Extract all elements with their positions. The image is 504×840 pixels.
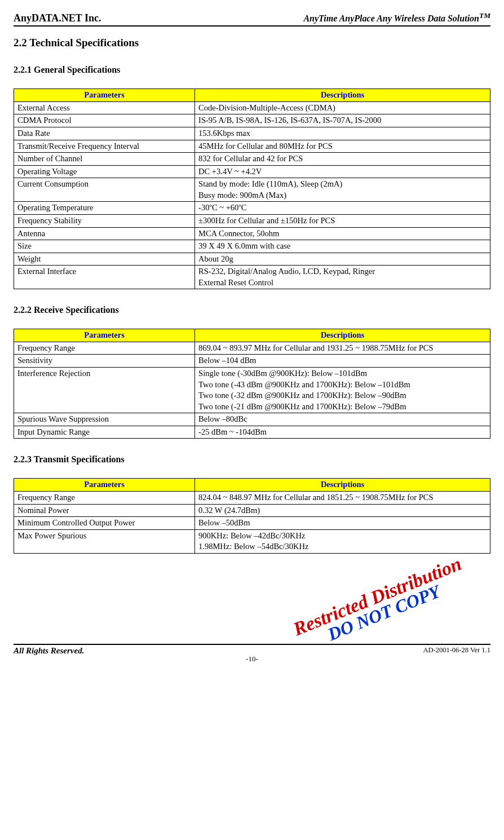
header-descriptions: Descriptions [195,479,490,492]
table-row: Max Power Spurious900KHz: Below –42dBc/3… [14,529,490,553]
table-header-row: Parameters Descriptions [14,89,490,102]
header-descriptions: Descriptions [195,89,490,102]
page-footer: All Rights Reserved. AD-2001-06-28 Ver 1… [14,644,490,656]
cell-description: 900KHz: Below –42dBc/30KHz 1.98MHz: Belo… [195,529,490,553]
footer-version: AD-2001-06-28 Ver 1.1 [423,646,490,655]
cell-parameter: Weight [14,253,195,266]
transmit-spec-table: Parameters Descriptions Frequency Range8… [14,478,490,553]
table-row: Number of Channel832 for Cellular and 42… [14,153,490,166]
cell-description: 824.04 ~ 848.97 MHz for Cellular and 185… [195,491,490,504]
cell-description: RS-232, Digital/Analog Audio, LCD, Keypa… [195,266,490,289]
subsection-general: 2.2.1 General Specifications [14,65,490,75]
footer-rights: All Rights Reserved. [14,646,84,656]
table-row: SensitivityBelow –104 dBm [14,355,490,368]
cell-description: Code-Division-Multiple-Access (CDMA) [195,101,490,114]
cell-parameter: Max Power Spurious [14,529,195,553]
cell-description: About 20g [195,253,490,266]
table-row: Frequency Range869.04 ~ 893.97 MHz for C… [14,342,490,355]
cell-parameter: Data Rate [14,127,195,140]
table-row: External AccessCode-Division-Multiple-Ac… [14,101,490,114]
table-row: Minimum Controlled Output PowerBelow –50… [14,517,490,530]
cell-parameter: CDMA Protocol [14,114,195,127]
table-row: Frequency Stability±300Hz for Cellular a… [14,214,490,227]
page-header: AnyDATA.NET Inc. AnyTime AnyPlace Any Wi… [14,11,490,26]
cell-parameter: Operating Temperature [14,202,195,215]
table-header-row: Parameters Descriptions [14,479,490,492]
header-slogan-text: AnyTime AnyPlace Any Wireless Data Solut… [303,14,479,23]
watermark-line1: Restricted Distribution [290,553,464,640]
page-number: -10- [14,655,490,664]
subsection-transmit: 2.2.3 Transmit Specifications [14,454,490,465]
cell-parameter: Input Dynamic Range [14,426,195,439]
table-row: AntennaMCA Connector, 50ohm [14,227,490,240]
cell-description: Single tone (-30dBm @900KHz): Below –101… [195,368,490,413]
cell-parameter: Size [14,240,195,253]
cell-description: DC +3.4V ~ +4.2V [195,165,490,178]
cell-parameter: Nominal Power [14,504,195,517]
cell-description: 45MHz for Cellular and 80MHz for PCS [195,140,490,153]
cell-parameter: Frequency Stability [14,214,195,227]
subsection-receive: 2.2.2 Receive Specifications [14,305,490,315]
cell-description: -30ºC ~ +60ºC [195,202,490,215]
cell-parameter: Interference Rejection [14,368,195,413]
cell-parameter: External Interface [14,266,195,289]
cell-description: ±300Hz for Cellular and ±150Hz for PCS [195,214,490,227]
header-parameters: Parameters [14,479,195,492]
cell-parameter: Sensitivity [14,355,195,368]
cell-description: Below –104 dBm [195,355,490,368]
cell-parameter: Current Consumption [14,178,195,202]
table-row: CDMA ProtocolIS-95 A/B, IS-98A, IS-126, … [14,114,490,127]
cell-description: Below –80dBc [195,413,490,426]
table-header-row: Parameters Descriptions [14,329,490,342]
table-row: External InterfaceRS-232, Digital/Analog… [14,266,490,289]
cell-parameter: Minimum Controlled Output Power [14,517,195,530]
cell-description: 39 X 49 X 6.0mm with case [195,240,490,253]
cell-parameter: Operating Voltage [14,165,195,178]
table-row: Input Dynamic Range-25 dBm ~ -104dBm [14,426,490,439]
header-company: AnyDATA.NET Inc. [14,12,101,24]
table-row: Current ConsumptionStand by mode: Idle (… [14,178,490,202]
cell-description: 153.6Kbps max [195,127,490,140]
table-row: Data Rate153.6Kbps max [14,127,490,140]
cell-description: Below –50dBm [195,517,490,530]
cell-parameter: Frequency Range [14,342,195,355]
table-row: Frequency Range824.04 ~ 848.97 MHz for C… [14,491,490,504]
general-spec-table: Parameters Descriptions External AccessC… [14,89,490,289]
cell-description: 832 for Cellular and 42 for PCS [195,153,490,166]
cell-parameter: Number of Channel [14,153,195,166]
cell-parameter: Antenna [14,227,195,240]
header-descriptions: Descriptions [195,329,490,342]
table-row: Spurious Wave SuppressionBelow –80dBc [14,413,490,426]
cell-parameter: Frequency Range [14,491,195,504]
header-parameters: Parameters [14,329,195,342]
cell-parameter: External Access [14,101,195,114]
section-title: 2.2 Technical Specifications [14,37,490,49]
table-row: WeightAbout 20g [14,253,490,266]
cell-description: 0.32 W (24.7dBm) [195,504,490,517]
table-row: Operating VoltageDC +3.4V ~ +4.2V [14,165,490,178]
header-slogan-tm: TM [479,11,490,20]
header-slogan: AnyTime AnyPlace Any Wireless Data Solut… [303,11,490,24]
table-row: Operating Temperature-30ºC ~ +60ºC [14,202,490,215]
watermark: Restricted Distribution DO NOT COPY [290,553,471,656]
cell-description: -25 dBm ~ -104dBm [195,426,490,439]
table-row: Transmit/Receive Frequency Interval45MHz… [14,140,490,153]
table-row: Size39 X 49 X 6.0mm with case [14,240,490,253]
cell-description: IS-95 A/B, IS-98A, IS-126, IS-637A, IS-7… [195,114,490,127]
header-parameters: Parameters [14,89,195,102]
table-row: Nominal Power0.32 W (24.7dBm) [14,504,490,517]
receive-spec-table: Parameters Descriptions Frequency Range8… [14,329,490,439]
cell-parameter: Spurious Wave Suppression [14,413,195,426]
table-row: Interference RejectionSingle tone (-30dB… [14,368,490,413]
cell-description: MCA Connector, 50ohm [195,227,490,240]
cell-parameter: Transmit/Receive Frequency Interval [14,140,195,153]
cell-description: Stand by mode: Idle (110mA), Sleep (2mA)… [195,178,490,202]
cell-description: 869.04 ~ 893.97 MHz for Cellular and 193… [195,342,490,355]
